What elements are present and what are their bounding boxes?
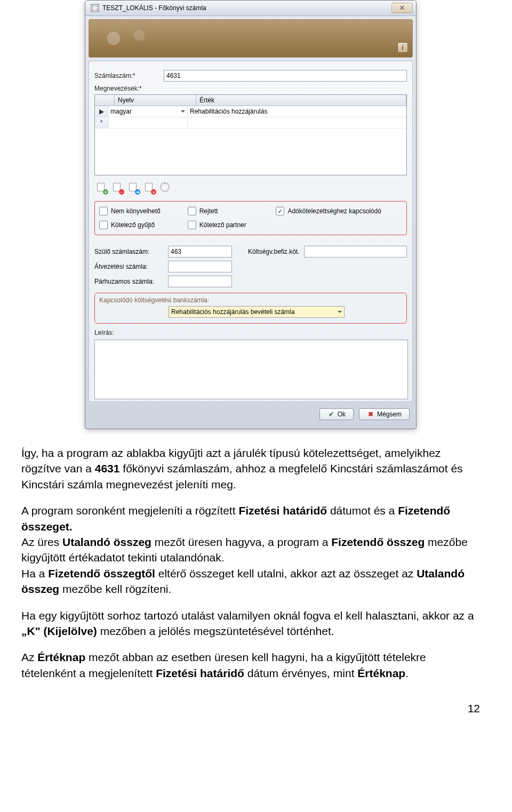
check-icon: ✔ [327,411,335,418]
page-number: 12 [21,702,480,715]
col-ertek[interactable]: Érték [196,95,406,106]
checkbox-checked-icon [276,207,284,215]
x-icon: ✖ [367,411,374,418]
atvezetesi-label: Átvezetési számla: [94,263,164,270]
atvezetesi-input[interactable] [168,261,232,272]
szamlaszam-label: Számlaszám:* [94,72,164,79]
settings-button[interactable] [158,181,171,194]
close-icon: ✕ [399,4,405,12]
checkbox-icon [188,207,196,215]
row-marker-current: ▶ [95,106,108,117]
cell-ertek[interactable]: Rehabilitációs hozzájárulás [188,108,406,115]
grid-toolbar: + − ➜ × [94,180,407,195]
cell-nyelv[interactable]: magyar [108,106,188,117]
szulo-label: Szülő számlaszám: [94,248,164,255]
chk-rejtett[interactable]: Rejtett [188,207,272,215]
doc-delete-button[interactable]: − [110,181,123,194]
parhuzamos-label: Párhuzamos számla: [94,278,164,285]
header-banner: i [89,19,413,58]
doc-add-button[interactable]: + [94,181,107,194]
chk-adokotelezettseg[interactable]: Adókötelezettséghez kapcsolódó [276,207,402,215]
row-marker-new: * [95,117,108,128]
grid-row[interactable]: ▶ magyar Rehabilitációs hozzájárulás [95,106,406,117]
doc-remove-button[interactable]: × [142,181,155,194]
chevron-down-icon[interactable] [181,110,185,112]
chk-nem-konyvelheto[interactable]: Nem könyvelhető [99,207,183,215]
plus-icon: + [103,189,108,195]
close-button[interactable]: ✕ [391,3,413,13]
form-body: Számlaszám:* Megnevezések:* Nyelv Érték … [89,61,413,402]
app-window: TESZT_LOKÁLIS - Főkönyvi számla ✕ i Szám… [85,0,417,429]
col-nyelv[interactable]: Nyelv [115,95,196,106]
paragraph: A program soronként megjeleníti a rögzít… [21,503,480,597]
gear-icon [160,182,170,192]
dialog-footer: ✔ Ok ✖ Mégsem [89,405,413,425]
grid-header: Nyelv Érték [95,95,406,106]
titlebar: TESZT_LOKÁLIS - Főkönyvi számla ✕ [85,1,416,16]
kapcsolodo-group: Kapcsolódó költségvetési bankszámla: Reh… [94,293,407,324]
chk-kotelezo-partner[interactable]: Kötelező partner [188,221,402,229]
app-icon [91,4,99,12]
szamlaszam-input[interactable] [164,70,407,82]
checkbox-icon [188,221,196,229]
chevron-down-icon[interactable] [338,311,342,313]
doc-refresh-button[interactable]: ➜ [126,181,139,194]
info-button[interactable]: i [397,42,408,53]
paragraph: Az Értéknap mezőt abban az esetben ürese… [21,649,480,681]
info-icon: i [402,44,403,52]
arrow-icon: ➜ [135,189,140,195]
koltseg-label: Költségv.befiz.köt. [248,248,300,255]
flags-group: Nem könyvelhető Rejtett Adókötelezettség… [94,201,407,235]
x-icon: × [151,189,156,195]
checkbox-icon [99,221,108,229]
grid-row-new[interactable]: * [95,117,406,128]
chk-kotelezo-gyujto[interactable]: Kötelező gyűjtő [99,221,183,229]
banner-graphic [94,23,158,54]
leiras-textarea[interactable] [94,340,408,399]
leiras-label: Leírás: [94,329,126,336]
window-title: TESZT_LOKÁLIS - Főkönyvi számla [102,4,206,12]
koltseg-input[interactable] [304,246,407,258]
names-grid[interactable]: Nyelv Érték ▶ magyar Rehabilitációs hozz… [94,94,407,175]
paragraph: Ha egy kigyűjtött sorhoz tartozó utalást… [21,608,480,639]
kapcsolodo-combo[interactable]: Rehabilitációs hozzájárulás bevételi szá… [169,306,345,318]
megnevezesek-label: Megnevezések:* [94,85,164,92]
kapcsolodo-label: Kapcsolódó költségvetési bankszámla: [99,296,402,304]
minus-icon: − [119,189,124,195]
checkbox-icon [99,207,108,215]
paragraph: Így, ha a program az ablakba kigyűjti az… [21,445,480,492]
szulo-input[interactable] [168,246,232,258]
cancel-button[interactable]: ✖ Mégsem [359,408,410,420]
parhuzamos-input[interactable] [168,276,232,287]
ok-button[interactable]: ✔ Ok [319,408,354,420]
document-body: Így, ha a program az ablakba kigyűjti az… [21,445,480,681]
